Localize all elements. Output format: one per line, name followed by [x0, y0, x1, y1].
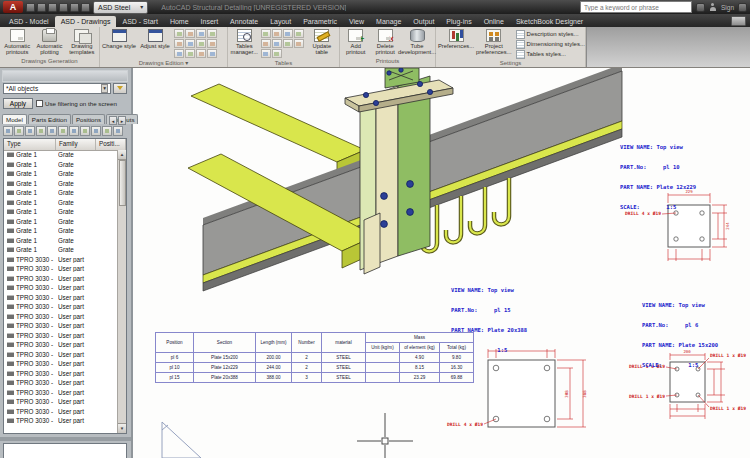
list-item[interactable]: Grate 1 Grate [4, 160, 117, 170]
ribbon-tool-icon[interactable] [174, 49, 184, 58]
ribbon-tool-icon[interactable] [294, 29, 304, 38]
autocad-logo-icon[interactable]: A [3, 1, 23, 13]
plot-icon[interactable] [59, 3, 68, 12]
tube-development-button[interactable]: Tube development... [401, 28, 433, 56]
list-item[interactable]: Grate 1 Grate [4, 188, 117, 198]
palette-tool-icon[interactable] [36, 126, 46, 136]
list-item[interactable]: TPRO 3030 - User part [4, 388, 117, 398]
ribbon-tab[interactable]: Online [478, 16, 510, 27]
ribbon-tool-icon[interactable] [185, 39, 195, 48]
list-item[interactable]: Grate 1 Grate [4, 226, 117, 236]
ribbon-tab[interactable]: ASD - Start [116, 16, 163, 27]
list-item[interactable]: TPRO 3030 - User part [4, 283, 117, 293]
ribbon-tool-icon[interactable] [272, 29, 282, 38]
list-item[interactable]: Grate 1 Grate [4, 150, 117, 160]
panel-label-drawings-edition[interactable]: Drawings Edition ▾ [100, 59, 227, 67]
save-icon[interactable] [48, 3, 57, 12]
filter-funnel-button[interactable] [113, 83, 127, 94]
scroll-down-icon[interactable]: ▼ [118, 423, 126, 433]
panel-label-settings[interactable]: Settings [436, 59, 585, 68]
palette-tool-icon[interactable] [3, 126, 13, 136]
list-item[interactable]: TPRO 3030 - User part [4, 416, 117, 426]
new-file-icon[interactable] [26, 3, 35, 12]
ribbon-tool-icon[interactable] [261, 39, 271, 48]
list-scrollbar[interactable]: ▲ ▼ [117, 150, 126, 433]
panel-label-printouts[interactable]: Printouts [340, 57, 435, 67]
column-header-family[interactable]: Family [56, 139, 96, 150]
ribbon-tool-icon[interactable] [261, 29, 271, 38]
list-item[interactable]: TPRO 3030 - User part [4, 321, 117, 331]
add-printout-button[interactable]: + Add printout [342, 28, 370, 56]
search-input[interactable] [580, 1, 692, 13]
list-item[interactable]: TPRO 3030 - User part [4, 331, 117, 341]
palette-header[interactable] [2, 70, 128, 82]
list-item[interactable]: TPRO 3030 - User part [4, 274, 117, 284]
ribbon-tab[interactable]: Plug-ins [440, 16, 477, 27]
ribbon-tab[interactable]: ASD - Drawings [55, 16, 117, 27]
column-header-position[interactable]: Positi... [96, 139, 126, 150]
tab-scroll-right-icon[interactable]: ▸ [118, 116, 126, 125]
palette-tab[interactable]: Parts Edition [28, 114, 71, 124]
palette-tab[interactable]: Positions [72, 114, 105, 124]
settings-menu-item[interactable]: Description styles... [516, 30, 585, 39]
ribbon-tab[interactable]: Manage [370, 16, 407, 27]
list-item[interactable]: TPRO 3030 - User part [4, 369, 117, 379]
panel-label-drawings-generation[interactable]: Drawings Generation [0, 57, 99, 67]
ribbon-tool-icon[interactable] [272, 49, 282, 58]
column-header-type[interactable]: Type [4, 139, 56, 150]
palette-splitter[interactable] [0, 437, 131, 441]
update-table-button[interactable]: Update table [307, 28, 337, 56]
list-item[interactable]: TPRO 3030 - User part [4, 350, 117, 360]
undo-icon[interactable] [70, 3, 79, 12]
ribbon-tool-icon[interactable] [185, 49, 195, 58]
ribbon-tab[interactable]: SketchBook Designer [510, 16, 589, 27]
preferences-button[interactable]: Preferences... [438, 28, 474, 49]
ribbon-tool-icon[interactable] [207, 39, 217, 48]
list-item[interactable]: TPRO 3030 - User part [4, 378, 117, 388]
change-style-button[interactable]: Change style [102, 28, 136, 49]
ribbon-tab[interactable]: Annotate [224, 16, 264, 27]
ribbon-tab[interactable]: Insert [195, 16, 225, 27]
palette-tool-icon[interactable] [47, 126, 57, 136]
list-item[interactable]: TPRO 3030 - User part [4, 302, 117, 312]
ribbon-tool-icon[interactable] [196, 39, 206, 48]
ribbon-tool-icon[interactable] [185, 29, 195, 38]
steel-model-3d[interactable] [188, 68, 622, 291]
help-icon[interactable] [738, 3, 747, 12]
tab-scroll-left-icon[interactable]: ◂ [109, 116, 117, 125]
ribbon-tool-icon[interactable] [207, 49, 217, 58]
ribbon-tab[interactable]: Parametric [297, 16, 343, 27]
ribbon-tab[interactable]: Layout [264, 16, 297, 27]
palette-tool-icon[interactable] [102, 126, 112, 136]
ribbon-tool-icon[interactable] [261, 49, 271, 58]
workspace-selector[interactable]: ASD Steel ▾ [93, 1, 148, 14]
drawing-templates-button[interactable]: Drawing templates [67, 28, 97, 56]
panel-label-tables[interactable]: Tables [228, 59, 339, 67]
automatic-plotting-button[interactable]: Automatic plotting [34, 28, 64, 56]
palette-tab[interactable]: Model [2, 114, 27, 124]
list-item[interactable]: TPRO 3030 - User part [4, 312, 117, 322]
ribbon-tab[interactable]: Home [164, 16, 195, 27]
drawing-canvas[interactable]: 229 244 DRILL 4 x Ø19 [133, 68, 750, 458]
project-preferences-button[interactable]: Project preferences... [476, 28, 511, 56]
apply-button[interactable]: Apply [3, 98, 33, 109]
redo-icon[interactable] [81, 3, 90, 12]
list-item[interactable]: TPRO 3030 - User part [4, 264, 117, 274]
use-filtering-checkbox[interactable] [36, 100, 43, 107]
settings-menu-item[interactable]: Dimensioning styles... [516, 40, 585, 49]
object-filter-dropdown[interactable]: *All objects ▾ [3, 83, 111, 94]
list-item[interactable]: TPRO 3030 - User part [4, 359, 117, 369]
list-item[interactable]: Grate 1 Grate [4, 236, 117, 246]
palette-tool-icon[interactable] [25, 126, 35, 136]
user-icon[interactable] [709, 3, 717, 11]
ribbon-tool-icon[interactable] [294, 39, 304, 48]
palette-tool-icon[interactable] [113, 126, 123, 136]
palette-tool-icon[interactable] [14, 126, 24, 136]
search-icon[interactable] [696, 3, 705, 12]
list-item[interactable]: Grate 1 Grate [4, 217, 117, 227]
ribbon-tab[interactable]: View [343, 16, 370, 27]
ribbon-tool-icon[interactable] [196, 29, 206, 38]
list-item[interactable]: Grate 1 Grate [4, 198, 117, 208]
list-item[interactable]: Grate 1 Grate [4, 179, 117, 189]
list-item[interactable]: TPRO 3030 - User part [4, 340, 117, 350]
